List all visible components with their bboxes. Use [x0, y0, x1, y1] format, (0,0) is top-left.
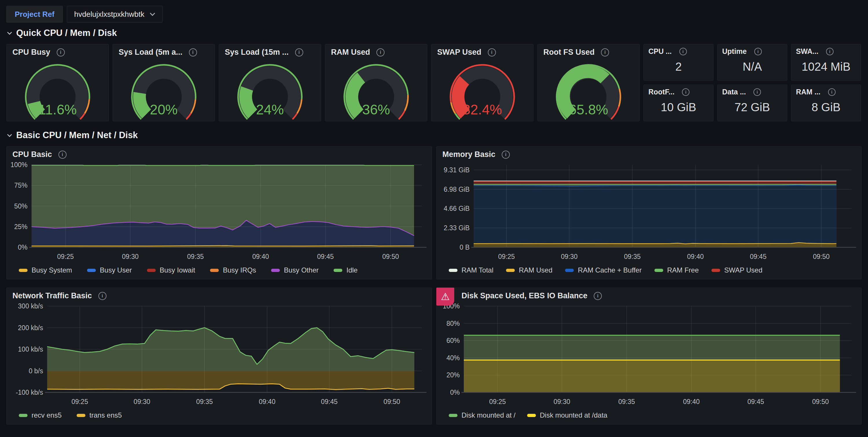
legend-item[interactable]: Disk mounted at /data [527, 411, 607, 419]
panel-title: CPU ... [648, 47, 672, 56]
info-icon[interactable]: i [98, 292, 106, 300]
legend-item[interactable]: RAM Free [654, 266, 699, 274]
cpu-basic-legend: Busy System Busy User Busy Iowait Busy I… [7, 265, 432, 279]
panel-title: RAM Used [331, 48, 370, 57]
svg-text:2.33 GiB: 2.33 GiB [444, 224, 470, 232]
legend-item[interactable]: Busy IRQs [210, 266, 256, 274]
gauge-value: 65.8% [537, 101, 640, 118]
svg-text:09:45: 09:45 [321, 398, 338, 405]
info-icon[interactable]: i [753, 88, 761, 96]
panel-title: Network Traffic Basic [12, 291, 92, 300]
svg-text:09:40: 09:40 [687, 253, 704, 260]
svg-text:20%: 20% [446, 371, 460, 379]
gauge-value: 11.6% [7, 101, 108, 118]
legend-item[interactable]: RAM Total [449, 266, 493, 274]
panel-cpu-basic: CPU Basic i 0%25%50%75%100%09:2509:3009:… [6, 146, 432, 280]
swap-used-gauge: 32.4% [431, 58, 533, 121]
section-quick-cpu-mem-disk[interactable]: Quick CPU / Mem / Disk [7, 28, 862, 38]
info-icon[interactable]: i [754, 48, 762, 55]
info-icon[interactable]: i [826, 48, 834, 55]
legend-item[interactable]: Busy Other [271, 266, 318, 274]
legend-label: SWAP Used [724, 266, 763, 274]
info-icon[interactable]: i [295, 48, 303, 56]
chevron-down-icon [7, 32, 12, 35]
disk-space-chart[interactable]: 0%20%40%60%80%100%09:2509:3009:3509:4009… [438, 302, 859, 410]
alert-icon[interactable]: ⚠ [436, 288, 454, 305]
info-icon[interactable]: i [58, 151, 66, 159]
chevron-down-icon [7, 134, 12, 137]
legend-item[interactable]: Busy User [87, 266, 132, 274]
series-swatch [87, 269, 96, 272]
svg-text:09:35: 09:35 [196, 398, 213, 405]
legend-item[interactable]: Busy Iowait [147, 266, 195, 274]
svg-text:09:45: 09:45 [317, 253, 334, 260]
series-swatch [711, 269, 720, 272]
ram-used-gauge: 36% [325, 58, 427, 121]
info-icon[interactable]: i [682, 88, 689, 96]
charts-row-1: CPU Basic i 0%25%50%75%100%09:2509:3009:… [6, 146, 862, 280]
legend-label: RAM Used [519, 266, 552, 274]
info-icon[interactable]: i [601, 48, 609, 56]
info-icon[interactable]: i [828, 88, 836, 96]
legend-item[interactable]: Busy System [19, 266, 72, 274]
panel-title: Sys Load (5m a... [119, 48, 183, 57]
panel-title: SWA... [796, 47, 818, 56]
series-swatch [19, 414, 28, 417]
cpu-basic-chart[interactable]: 0%25%50%75%100%09:2509:3009:3509:4009:45… [8, 161, 429, 265]
info-icon[interactable]: i [502, 151, 510, 159]
panel-root-fs-used: Root FS Used i 65.8% [537, 44, 640, 121]
info-icon[interactable]: i [488, 48, 496, 56]
legend-item[interactable]: trans ens5 [77, 411, 122, 419]
legend-label: trans ens5 [89, 411, 122, 419]
svg-text:09:40: 09:40 [259, 398, 275, 405]
panel-network-traffic-basic: Network Traffic Basic i -100 kb/s0 b/s10… [6, 288, 432, 425]
info-icon[interactable]: i [57, 48, 65, 56]
legend-item[interactable]: recv ens5 [19, 411, 62, 419]
series-swatch [565, 269, 574, 272]
network-traffic-chart[interactable]: -100 kb/s0 b/s100 kb/s200 kb/s300 kb/s09… [8, 302, 429, 410]
svg-text:0 B: 0 B [460, 243, 470, 251]
svg-text:09:30: 09:30 [122, 253, 139, 260]
svg-text:09:25: 09:25 [71, 398, 88, 405]
legend-label: RAM Free [667, 266, 699, 274]
svg-text:200 kb/s: 200 kb/s [18, 324, 43, 331]
warning-triangle-icon: ⚠ [441, 291, 450, 302]
svg-text:09:35: 09:35 [624, 253, 641, 260]
panel-title: RootF... [648, 88, 675, 96]
dashboard: Project Ref hvdelujxlxstpxkhwbtk Quick C… [0, 0, 868, 437]
stat-value: 2 [644, 56, 713, 81]
charts-row-2: Network Traffic Basic i -100 kb/s0 b/s10… [6, 288, 862, 425]
svg-text:09:25: 09:25 [57, 253, 74, 260]
legend-item[interactable]: RAM Cache + Buffer [565, 266, 642, 274]
panel-uptime: Uptime i N/A [717, 44, 787, 81]
panel-ram-total: RAM ... i 8 GiB [791, 85, 861, 121]
memory-basic-legend: RAM Total RAM Used RAM Cache + Buffer RA… [437, 265, 861, 279]
section-basic-cpu-mem-net-disk[interactable]: Basic CPU / Mem / Net / Disk [7, 130, 862, 141]
legend-item[interactable]: Idle [334, 266, 358, 274]
info-icon[interactable]: i [376, 48, 384, 56]
legend-item[interactable]: Disk mounted at / [449, 411, 516, 419]
project-ref-value: hvdelujxlxstpxkhwbtk [74, 10, 144, 19]
variables-bar: Project Ref hvdelujxlxstpxkhwbtk [6, 6, 862, 23]
root-fs-used-gauge: 65.8% [537, 58, 640, 121]
panel-title: RAM ... [796, 88, 820, 96]
info-icon[interactable]: i [679, 48, 687, 55]
info-icon[interactable]: i [594, 292, 602, 300]
panel-sys-load-15m: Sys Load (15m ... i 24% [219, 44, 321, 121]
svg-text:09:30: 09:30 [554, 398, 570, 405]
panel-title: Uptime [722, 47, 747, 56]
stats-grid: CPU ... i 2 Uptime i N/A SWA... i 1024 M… [644, 44, 861, 121]
legend-label: Idle [346, 266, 358, 274]
memory-basic-chart[interactable]: 0 B2.33 GiB4.66 GiB6.98 GiB9.31 GiB09:25… [438, 161, 859, 265]
svg-text:0%: 0% [18, 243, 28, 251]
project-ref-dropdown[interactable]: hvdelujxlxstpxkhwbtk [67, 6, 163, 23]
legend-item[interactable]: SWAP Used [711, 266, 763, 274]
info-icon[interactable]: i [189, 48, 197, 56]
panel-swap-total: SWA... i 1024 MiB [791, 44, 861, 81]
panel-cpu-busy: CPU Busy i 11.6% [6, 44, 109, 121]
legend-label: RAM Cache + Buffer [578, 266, 642, 274]
svg-text:50%: 50% [14, 202, 28, 210]
legend-item[interactable]: RAM Used [506, 266, 552, 274]
panel-title: CPU Basic [12, 150, 52, 159]
series-swatch [210, 269, 219, 272]
